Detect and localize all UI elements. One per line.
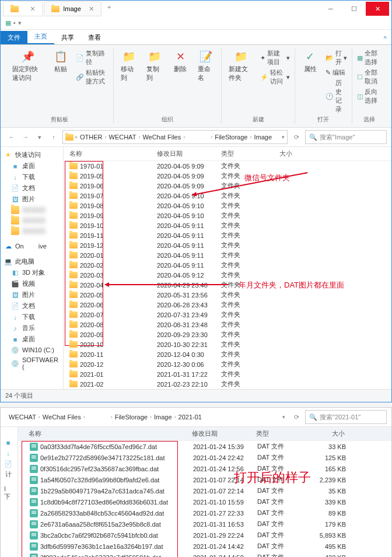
file-row[interactable]: 3bc2a0cbc7a6f29f02b687c5941bfcb0.dat2021…: [18, 530, 391, 541]
breadcrumb-segment[interactable]: Image: [253, 134, 273, 141]
easy-access-button[interactable]: ⚡轻松访问▾: [259, 68, 291, 86]
sidebar-documents[interactable]: 📄文档: [1, 183, 63, 194]
sidebar-3d[interactable]: ◧3D 对象: [1, 267, 63, 278]
sidebar-videos[interactable]: 🎬视频: [1, 278, 63, 289]
file-row[interactable]: 2a268582933ab848cb53cc45604ad92d.dat2021…: [18, 507, 391, 519]
folder-row[interactable]: 2020-032020-04-05 9:12文件夹: [64, 270, 391, 280]
file-row[interactable]: 3f003ede546ca2ab63332c7df359581b.dat2021…: [18, 552, 391, 557]
column-type[interactable]: 类型: [219, 149, 260, 158]
folder-row[interactable]: 2019-082020-04-05 9:10文件夹: [64, 201, 391, 211]
select-none-button[interactable]: ☐全部取消: [356, 68, 383, 86]
recent-dropdown[interactable]: ▾: [33, 131, 46, 143]
folder-row[interactable]: 2019-072020-04-05 9:10文件夹: [64, 191, 391, 201]
sidebar-d-drive[interactable]: 💿SOFTWAER (: [1, 355, 63, 372]
properties-button[interactable]: ✓属性: [299, 48, 322, 75]
file-row[interactable]: 0e91e2b27722d58969e347173225c181.dat2021…: [18, 452, 391, 463]
move-to-button[interactable]: 📁移动到: [117, 48, 141, 83]
sidebar-downloads[interactable]: ↓下载: [1, 171, 63, 183]
qat-icon[interactable]: ▦: [5, 19, 11, 27]
back-button[interactable]: ←: [5, 131, 18, 143]
sidebar-c-drive[interactable]: 💿WIN10 (C:): [1, 345, 63, 355]
sidebar-item[interactable]: [1, 205, 63, 215]
breadcrumb-segment[interactable]: WECHAT: [8, 414, 37, 421]
breadcrumb-segment[interactable]: WeChat Files: [41, 414, 82, 421]
maximize-button[interactable]: ☐: [342, 2, 366, 16]
folder-row[interactable]: 2020-112020-12-04 0:30文件夹: [64, 349, 391, 359]
minimize-button[interactable]: ─: [319, 2, 342, 16]
folder-row[interactable]: 2020-122020-12-30 0:06文件夹: [64, 359, 391, 369]
delete-button[interactable]: ✕删除: [169, 48, 192, 75]
sidebar-this-pc[interactable]: 💻此电脑: [1, 256, 63, 267]
tab-image[interactable]: Image×: [44, 1, 102, 16]
folder-row[interactable]: 1970-012020-04-05 9:09文件夹: [64, 161, 391, 171]
rename-button[interactable]: 📝重命名: [194, 48, 218, 83]
up-button[interactable]: ↑: [47, 131, 60, 143]
folder-row[interactable]: 2020-082020-08-31 23:48文件夹: [64, 320, 391, 330]
folder-row[interactable]: 2020-052020-05-31 23:56文件夹: [64, 290, 391, 300]
select-all-button[interactable]: ▦全部选择: [356, 48, 383, 67]
forward-button[interactable]: →: [19, 131, 32, 143]
column-date[interactable]: 修改日期: [190, 429, 254, 438]
sidebar-item[interactable]: [1, 226, 63, 236]
address-bar[interactable]: WECHAT› WeChat Files› › FileStorage› Ima…: [5, 410, 288, 424]
breadcrumb-segment[interactable]: FileStorage: [114, 414, 149, 421]
folder-row[interactable]: 2019-112020-04-05 9:11文件夹: [64, 230, 391, 240]
history-button[interactable]: 🕐历史记录: [324, 78, 348, 114]
folder-row[interactable]: 2020-062020-06-28 23:43文件夹: [64, 300, 391, 310]
search-box[interactable]: 🔍搜索"Image": [305, 130, 387, 144]
tab-blank[interactable]: ×: [3, 1, 43, 16]
sidebar-music[interactable]: ♪音乐: [1, 323, 63, 334]
file-row[interactable]: 1b229a5b80497179a42a7c631adca745.dat2021…: [18, 485, 391, 496]
column-size[interactable]: 大小: [300, 429, 347, 438]
folder-row[interactable]: 2020-012020-04-05 9:11文件夹: [64, 250, 391, 260]
folder-row[interactable]: 2019-062020-04-05 9:09文件夹: [64, 181, 391, 191]
folder-row[interactable]: 2019-052020-04-05 9:09文件夹: [64, 171, 391, 181]
folder-row[interactable]: 2019-102020-04-05 9:11文件夹: [64, 220, 391, 230]
paste-shortcut-button[interactable]: 🔗粘贴快捷方式: [75, 68, 110, 86]
edit-button[interactable]: ✎编辑: [324, 68, 348, 78]
refresh-button[interactable]: ⟳: [290, 411, 303, 423]
folder-row[interactable]: 2021-022021-02-23 22:10文件夹: [64, 379, 391, 389]
column-size[interactable]: 大小: [260, 149, 295, 158]
new-folder-button[interactable]: 📁新建文件夹: [225, 48, 256, 83]
breadcrumb-segment[interactable]: WECHAT: [108, 134, 138, 141]
folder-row[interactable]: 2020-102020-10-30 22:31文件夹: [64, 339, 391, 349]
sidebar-quick-access[interactable]: ★快速访问: [1, 149, 63, 160]
breadcrumb-segment[interactable]: 2021-01: [177, 414, 203, 421]
refresh-button[interactable]: ⟳: [290, 131, 303, 143]
qat-icon[interactable]: ▪: [13, 19, 16, 27]
folder-row[interactable]: 2020-022020-04-05 9:11文件夹: [64, 260, 391, 270]
sidebar-item[interactable]: ■: [1, 437, 18, 448]
file-row[interactable]: 1c8d0b94c8f727103ed86e0fdd836b6031.dat20…: [18, 496, 391, 507]
sidebar-item[interactable]: 计: [1, 469, 18, 479]
ribbon-tab-home[interactable]: 主页: [27, 30, 54, 44]
folder-row[interactable]: 2020-042020-04-29 23:48文件夹: [64, 280, 391, 290]
address-bar[interactable]: « OTHER› WECHAT› WeChat Files› › FileSto…: [62, 130, 288, 144]
column-name[interactable]: 名称: [26, 429, 190, 438]
invert-selection-button[interactable]: ◫反向选择: [356, 87, 383, 106]
close-icon[interactable]: ×: [30, 4, 35, 13]
folder-row[interactable]: 2020-072020-07-31 23:49文件夹: [64, 310, 391, 320]
breadcrumb-segment[interactable]: WeChat Files: [141, 134, 182, 141]
copy-to-button[interactable]: 📁复制到: [143, 48, 166, 83]
column-name[interactable]: 名称: [67, 149, 155, 158]
copy-path-button[interactable]: 📄复制路径: [75, 48, 110, 67]
new-item-button[interactable]: ✦新建项目▾: [259, 48, 291, 67]
file-row[interactable]: 0a03f33dd7fa4de76f5ccf50a7ed96c7.dat2021…: [18, 441, 391, 452]
file-row[interactable]: 3dfb6d59997e363b1c1ae16a3264b197.dat2021…: [18, 541, 391, 552]
breadcrumb-segment[interactable]: FileStorage: [214, 134, 249, 141]
folder-row[interactable]: 2019-122020-04-05 9:11文件夹: [64, 240, 391, 250]
sidebar-pictures[interactable]: 🖼图片: [1, 194, 63, 205]
folder-row[interactable]: 2019-092020-04-05 9:10文件夹: [64, 211, 391, 220]
sidebar-pictures2[interactable]: 🖼图片: [1, 289, 63, 300]
open-button[interactable]: 📂打开▾: [324, 48, 348, 67]
column-date[interactable]: 修改日期: [155, 149, 219, 158]
new-tab-button[interactable]: +: [103, 1, 116, 16]
sidebar-item[interactable]: ↓: [1, 448, 18, 458]
breadcrumb-segment[interactable]: Image: [153, 414, 173, 421]
sidebar-onedrive[interactable]: ☁Onive: [1, 241, 63, 251]
ribbon-collapse-icon[interactable]: ^: [379, 33, 391, 44]
file-row[interactable]: 1a54f60507c328d96a99b80bf9afd2e6.dat2021…: [18, 474, 391, 485]
paste-button[interactable]: 📋粘贴: [49, 48, 72, 75]
chevron-down-icon[interactable]: ▾: [282, 134, 285, 140]
